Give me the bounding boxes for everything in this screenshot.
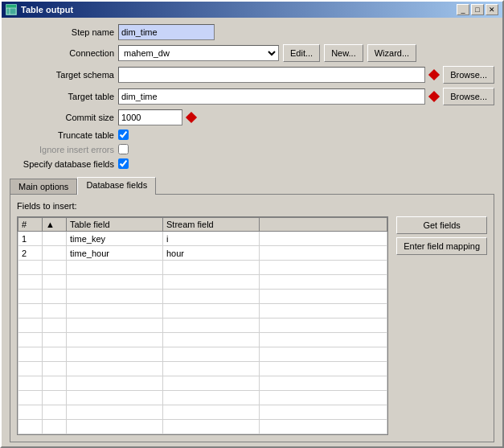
commit-size-label: Commit size xyxy=(10,113,114,122)
row-extra xyxy=(260,232,387,246)
tab-database-fields-content: Fields to insert: # ▲ Table field Stream… xyxy=(10,194,494,442)
table-row xyxy=(18,261,387,275)
tab-main-options[interactable]: Main options xyxy=(10,179,77,194)
row-extra xyxy=(260,246,387,261)
wizard-button[interactable]: Wizard... xyxy=(367,44,416,62)
ignore-errors-row: Ignore insert errors xyxy=(10,144,494,154)
table-row xyxy=(18,347,387,362)
close-button[interactable]: ✕ xyxy=(486,4,498,15)
row-table-field: time_key xyxy=(67,232,163,246)
window-title: Table output xyxy=(21,5,73,14)
table-required-icon xyxy=(429,92,439,101)
window-icon xyxy=(6,4,17,15)
specify-fields-checkbox[interactable] xyxy=(118,158,129,169)
row-stream-field: i xyxy=(163,232,260,246)
target-table-row: Target table Browse... xyxy=(10,88,494,105)
fields-table-area: # ▲ Table field Stream field 1 xyxy=(17,216,487,435)
row-table-field: time_hour xyxy=(67,246,163,261)
enter-field-mapping-button[interactable]: Enter field mapping xyxy=(396,237,487,255)
col-header-table-field: Table field xyxy=(67,218,163,232)
truncate-table-checkbox[interactable] xyxy=(118,129,129,140)
title-bar: Table output _ □ ✕ xyxy=(2,2,502,18)
table-row: 2 time_hour hour xyxy=(18,246,387,261)
col-header-num: # xyxy=(18,218,43,232)
new-button[interactable]: New... xyxy=(324,44,363,62)
get-fields-button[interactable]: Get fields xyxy=(396,216,487,234)
row-stream-field: hour xyxy=(163,246,260,261)
connection-row: Connection mahem_dw Edit... New... Wizar… xyxy=(10,44,494,62)
table-output-window: Table output _ □ ✕ Step name Connection … xyxy=(0,0,504,448)
connection-select[interactable]: mahem_dw xyxy=(118,45,279,61)
table-buttons-area: Get fields Enter field mapping xyxy=(396,216,487,435)
svg-rect-1 xyxy=(6,5,16,8)
browse-schema-button[interactable]: Browse... xyxy=(443,66,494,84)
tab-database-fields[interactable]: Database fields xyxy=(77,177,156,195)
table-row xyxy=(18,333,387,347)
table-row xyxy=(18,275,387,290)
col-header-extra xyxy=(260,218,387,232)
target-schema-input[interactable] xyxy=(118,67,425,83)
tabs-area: Main options Database fields Fields to i… xyxy=(10,177,494,442)
tabs-header: Main options Database fields xyxy=(10,177,494,194)
dialog-content: Step name Connection mahem_dw Edit... Ne… xyxy=(2,18,502,448)
schema-required-icon xyxy=(429,70,439,80)
col-header-stream-field: Stream field xyxy=(163,218,260,232)
ignore-errors-label: Ignore insert errors xyxy=(10,145,114,154)
step-name-label: Step name xyxy=(10,27,114,37)
row-arrow xyxy=(43,246,67,261)
row-num: 1 xyxy=(18,232,43,246)
ignore-errors-checkbox[interactable] xyxy=(118,144,129,154)
maximize-button[interactable]: □ xyxy=(471,4,484,15)
commit-size-row: Commit size xyxy=(10,109,494,125)
target-table-label: Target table xyxy=(10,92,114,101)
commit-required-icon xyxy=(186,113,196,122)
fields-table: # ▲ Table field Stream field 1 xyxy=(18,217,387,434)
target-schema-row: Target schema Browse... xyxy=(10,66,494,84)
step-name-input[interactable] xyxy=(118,24,215,40)
truncate-table-label: Truncate table xyxy=(10,130,114,140)
fields-to-insert-label: Fields to insert: xyxy=(17,201,487,211)
connection-label: Connection xyxy=(10,48,114,58)
table-row xyxy=(18,319,387,333)
edit-button[interactable]: Edit... xyxy=(283,44,320,62)
table-row xyxy=(18,290,387,304)
commit-size-input[interactable] xyxy=(118,109,182,125)
specify-fields-row: Specify database fields xyxy=(10,158,494,169)
fields-table-container: # ▲ Table field Stream field 1 xyxy=(17,216,388,435)
row-num: 2 xyxy=(18,246,43,261)
table-row xyxy=(18,420,387,434)
truncate-table-row: Truncate table xyxy=(10,129,494,140)
step-name-row: Step name xyxy=(10,24,494,40)
table-row xyxy=(18,362,387,376)
table-row xyxy=(18,405,387,420)
col-header-arrow: ▲ xyxy=(43,218,67,232)
table-row xyxy=(18,391,387,405)
specify-fields-label: Specify database fields xyxy=(10,159,114,169)
target-schema-label: Target schema xyxy=(10,70,114,80)
browse-table-button[interactable]: Browse... xyxy=(443,88,494,105)
table-row xyxy=(18,304,387,319)
target-table-input[interactable] xyxy=(118,88,425,105)
table-row xyxy=(18,376,387,391)
minimize-button[interactable]: _ xyxy=(457,4,469,15)
row-arrow xyxy=(43,232,67,246)
table-row: 1 time_key i xyxy=(18,232,387,246)
